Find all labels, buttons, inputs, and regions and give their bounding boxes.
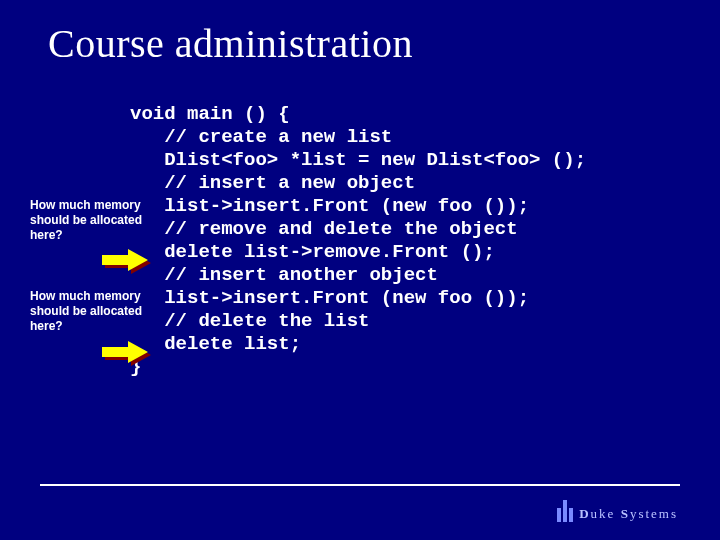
footer-divider bbox=[40, 484, 680, 486]
arrow-icon bbox=[102, 341, 148, 363]
code-block: void main () { // create a new list Dlis… bbox=[130, 103, 586, 379]
annotation-note-2: How much memory should be allocated here… bbox=[30, 289, 170, 334]
logo-word: uke bbox=[591, 506, 616, 521]
logo-char: D bbox=[579, 506, 590, 521]
logo-mark-icon bbox=[557, 500, 573, 522]
logo-word: ystems bbox=[630, 506, 678, 521]
logo-text: Duke Systems bbox=[579, 506, 678, 522]
slide: Course administration void main () { // … bbox=[0, 0, 720, 540]
annotation-note-1: How much memory should be allocated here… bbox=[30, 198, 170, 243]
svg-marker-1 bbox=[102, 249, 148, 271]
slide-title: Course administration bbox=[48, 20, 680, 67]
logo-char: S bbox=[621, 506, 630, 521]
arrow-icon bbox=[102, 249, 148, 271]
svg-marker-3 bbox=[102, 341, 148, 363]
logo: Duke Systems bbox=[557, 500, 678, 522]
